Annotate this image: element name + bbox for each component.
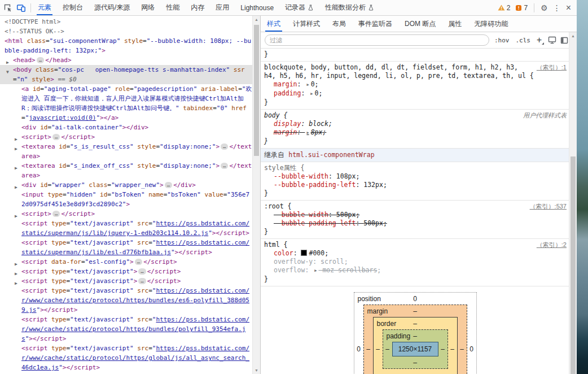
dom-tree-row[interactable]: <input type="hidden" id="bsToken" name="… xyxy=(0,190,253,209)
inline-expand-icon[interactable]: … xyxy=(138,278,146,284)
close-devtools-icon[interactable]: × xyxy=(566,4,571,12)
css-property[interactable]: --bubble-padding-left: 132px; xyxy=(264,181,567,189)
css-property[interactable]: --bubble-width: 500px; xyxy=(264,211,567,219)
dom-tree-row[interactable]: ▶<script type="text/javascript">…</scrip… xyxy=(0,276,253,286)
rendering-emulation-icon[interactable] xyxy=(548,36,556,44)
scrollbar-thumb[interactable] xyxy=(254,25,259,156)
dom-tree-row[interactable]: ▶<script>…</script> xyxy=(0,132,253,142)
scroll-up-icon[interactable]: ▲ xyxy=(569,32,577,40)
color-swatch[interactable] xyxy=(301,250,307,256)
dom-tree-row[interactable]: <!--STATUS OK--> xyxy=(0,27,253,36)
tab-内存[interactable]: 内存 xyxy=(185,0,210,15)
dom-tree-row[interactable]: ▶<head>…</head> xyxy=(0,55,253,65)
toggle-class-button[interactable]: .cls xyxy=(514,36,532,45)
sidebar-tab-属性[interactable]: 属性 xyxy=(442,16,468,32)
dom-tree-row[interactable]: <html class="sui-componentWrap" style="-… xyxy=(0,36,253,55)
tab-记录器[interactable]: 记录器 xyxy=(279,0,319,15)
computed-sidebar-toggle-icon[interactable] xyxy=(560,37,568,44)
sidebar-tab-事件监听器[interactable]: 事件监听器 xyxy=(352,16,398,32)
css-property[interactable]: overflow-y: scroll; xyxy=(264,258,567,266)
tab-控制台[interactable]: 控制台 xyxy=(57,0,89,15)
rule-selector-line[interactable]: （索引）:537:root { xyxy=(264,202,567,211)
tab-Lighthouse[interactable]: Lighthouse xyxy=(235,0,279,15)
css-property[interactable]: padding: ▶0; xyxy=(264,89,567,98)
styles-filter-input[interactable] xyxy=(265,34,489,46)
rule-source-link[interactable]: （索引）:537 xyxy=(530,202,567,211)
rule-selector-line[interactable]: （索引）:2html { xyxy=(264,241,567,249)
dom-tree-row[interactable]: ▶<textarea id="s_index_off_css" style="d… xyxy=(0,161,253,180)
box-model-layer-padding[interactable]: padding––1250×1157–– xyxy=(383,329,448,369)
scroll-up-icon[interactable]: ▲ xyxy=(253,16,260,23)
sidebar-tab-样式[interactable]: 样式 xyxy=(261,16,287,32)
dom-tree-row[interactable]: <a id="aging-total-page" role="pagedescr… xyxy=(0,84,253,123)
rule-source-link[interactable]: （索引）:1 xyxy=(537,63,567,72)
css-property[interactable]: margin: ▶8px; xyxy=(264,128,567,137)
new-style-rule-button[interactable]: + xyxy=(536,36,544,44)
css-property[interactable]: --bubble-padding-left: 500px; xyxy=(264,219,567,228)
device-toolbar-icon[interactable] xyxy=(16,3,26,12)
collapse-icon[interactable]: ▼ xyxy=(6,67,9,77)
dom-tree-row[interactable]: <script type="text/javascript" src="http… xyxy=(0,219,253,238)
styles-scrollbar[interactable]: ▲ xyxy=(569,32,577,374)
inline-expand-icon[interactable]: … xyxy=(138,268,146,275)
warnings-badge[interactable]: 2 xyxy=(498,4,511,12)
dom-tree-row[interactable]: <script type="text/javascript" src="http… xyxy=(0,286,253,315)
sidebar-tab-布局[interactable]: 布局 xyxy=(326,16,352,32)
inline-expand-icon[interactable]: … xyxy=(221,163,228,169)
dom-tree-row[interactable]: ▼<body class="cos-pc open-homepage-tts s… xyxy=(0,65,253,84)
css-property[interactable]: overflow: ▶-moz-scrollbars; xyxy=(264,266,567,275)
scrollbar-thumb[interactable] xyxy=(571,156,576,374)
shorthand-expand-icon[interactable]: ▶ xyxy=(306,82,309,87)
scroll-down-icon[interactable]: ▼ xyxy=(253,367,260,374)
dom-tree-row[interactable]: ▶<script data-for="esl-config">…</script… xyxy=(0,257,253,267)
sidebar-tab-计算样式[interactable]: 计算样式 xyxy=(287,16,326,32)
tab-性能数据分析[interactable]: 性能数据分析 xyxy=(319,0,380,15)
dom-tree-row[interactable]: <div id="ai-talk-container"></div> xyxy=(0,123,253,132)
settings-gear-icon[interactable]: ⚙ xyxy=(541,4,548,12)
box-model-layer-position[interactable]: position00margin––border––padding––1250×… xyxy=(354,292,477,374)
css-property[interactable]: color: #000; xyxy=(264,249,567,258)
expand-icon[interactable]: ▶ xyxy=(15,163,17,173)
rule-selector-line[interactable]: 用户代理样式表body { xyxy=(264,111,567,120)
shorthand-expand-icon[interactable]: ▶ xyxy=(306,131,309,135)
tab-元素[interactable]: 元素 xyxy=(32,0,57,15)
inline-expand-icon[interactable]: … xyxy=(52,211,60,217)
shorthand-expand-icon[interactable]: ▶ xyxy=(310,92,313,96)
inline-expand-icon[interactable]: … xyxy=(165,182,172,188)
css-property[interactable]: margin: ▶0; xyxy=(264,80,567,89)
resource-link[interactable]: javascript:void(0) xyxy=(29,114,96,121)
inline-expand-icon[interactable]: … xyxy=(37,57,44,63)
tab-应用[interactable]: 应用 xyxy=(210,0,235,15)
box-model-layer-margin[interactable]: margin––border––padding––1250×1157–––––– xyxy=(363,305,467,374)
elements-scrollbar[interactable]: ▲ ▼ xyxy=(252,16,260,374)
dom-tree-row[interactable]: <script type="text/javascript" src="http… xyxy=(0,238,253,257)
box-model-layer-border[interactable]: border––padding––1250×1157–––– xyxy=(373,317,458,374)
dom-tree-row[interactable]: ▶<div id="wrapper" class="wrapper_new">…… xyxy=(0,180,253,190)
inspect-element-icon[interactable] xyxy=(3,3,12,12)
more-menu-icon[interactable]: ⋮ xyxy=(553,4,561,12)
dom-tree-row[interactable]: ▶<script>…</script> xyxy=(0,209,253,219)
issues-badge[interactable]: 7 xyxy=(515,4,528,12)
dom-tree-row[interactable]: <script type="text/javascript" src="http… xyxy=(0,315,253,343)
rule-selector-line[interactable]: （索引）:1blockquote, body, button, dd, dl, … xyxy=(264,63,567,80)
tab-性能[interactable]: 性能 xyxy=(160,0,185,15)
inline-expand-icon[interactable]: … xyxy=(221,143,228,150)
rule-selector-line[interactable]: style属性 { xyxy=(264,164,567,172)
inherited-node-link[interactable]: html.sui-componentWrap xyxy=(288,151,374,159)
inline-expand-icon[interactable]: … xyxy=(52,134,60,140)
tab-网络[interactable]: 网络 xyxy=(135,0,160,15)
sidebar-tab-DOM 断点[interactable]: DOM 断点 xyxy=(398,16,442,32)
expand-icon[interactable]: ▶ xyxy=(15,144,17,154)
shorthand-expand-icon[interactable]: ▶ xyxy=(314,268,317,273)
toggle-pseudo-state-button[interactable]: :hov xyxy=(493,36,511,45)
dom-tree-row[interactable]: ▶<textarea id="s_is_result_css" style="d… xyxy=(0,142,253,161)
dom-tree-row[interactable]: ▶<script type="text/javascript">…</scrip… xyxy=(0,267,253,276)
dom-tree-row[interactable]: <!DOCTYPE html> xyxy=(0,17,253,27)
css-property[interactable]: display: block; xyxy=(264,120,567,128)
box-model-content[interactable]: 1250×1157 xyxy=(392,342,438,356)
css-property[interactable]: --bubble-width: 108px; xyxy=(264,172,567,181)
tab-源代码/来源[interactable]: 源代码/来源 xyxy=(89,0,135,15)
rule-source-link[interactable]: （索引）:2 xyxy=(537,241,567,249)
dom-tree-row[interactable]: <script type="text/javascript" src="http… xyxy=(0,343,253,372)
sidebar-tab-无障碍功能[interactable]: 无障碍功能 xyxy=(468,16,514,32)
